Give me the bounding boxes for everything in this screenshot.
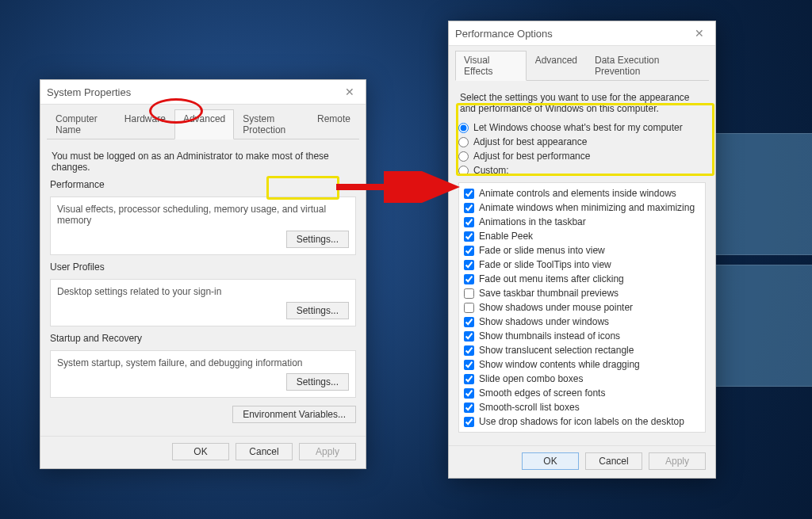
cancel-button[interactable]: Cancel: [236, 443, 293, 460]
checkbox-input[interactable]: [464, 388, 474, 399]
radio-option[interactable]: Adjust for best appearance: [458, 135, 706, 149]
checkbox-option[interactable]: Animate windows when minimizing and maxi…: [464, 200, 700, 215]
group-desc: Desktop settings related to your sign-in: [57, 286, 349, 297]
checkbox-option[interactable]: Animate controls and elements inside win…: [464, 186, 700, 200]
radio-input[interactable]: [458, 151, 469, 162]
radio-option[interactable]: Let Windows choose what's best for my co…: [458, 120, 706, 135]
checkbox-input[interactable]: [464, 203, 474, 213]
ok-button[interactable]: OK: [172, 443, 229, 460]
close-icon[interactable]: ✕: [340, 84, 359, 100]
radio-input[interactable]: [458, 123, 469, 133]
dialog-title: Performance Options: [455, 28, 553, 40]
performance-settings-button[interactable]: Settings...: [286, 231, 349, 248]
tab-advanced[interactable]: Advanced: [527, 51, 586, 80]
checkbox-label: Animate controls and elements inside win…: [479, 186, 676, 200]
apply-button[interactable]: Apply: [649, 452, 706, 470]
tab-row: Visual EffectsAdvancedData Execution Pre…: [455, 51, 709, 81]
checkbox-input[interactable]: [464, 274, 474, 284]
profiles-settings-button[interactable]: Settings...: [286, 302, 349, 319]
checkbox-input[interactable]: [464, 288, 474, 299]
checkbox-input[interactable]: [464, 231, 474, 242]
checkbox-option[interactable]: Fade or slide menus into view: [464, 243, 700, 258]
checkbox-option[interactable]: Show shadows under windows: [464, 315, 700, 329]
performance-options-dialog: Performance Options ✕ Visual EffectsAdva…: [448, 21, 716, 479]
checkbox-option[interactable]: Animations in the taskbar: [464, 215, 700, 229]
radio-input[interactable]: [458, 166, 469, 176]
radio-option[interactable]: Adjust for best performance: [458, 149, 706, 163]
checkbox-option[interactable]: Smooth edges of screen fonts: [464, 386, 700, 400]
checkbox-option[interactable]: Smooth-scroll list boxes: [464, 400, 700, 414]
startup-settings-button[interactable]: Settings...: [286, 373, 349, 391]
group-title-startup: Startup and Recovery: [50, 333, 356, 344]
checkbox-option[interactable]: Fade out menu items after clicking: [464, 272, 700, 286]
dialog-titlebar[interactable]: Performance Options ✕: [449, 21, 715, 46]
intro-text: Select the settings you want to use for …: [460, 92, 704, 114]
close-icon[interactable]: ✕: [690, 25, 709, 41]
tab-computer-name[interactable]: Computer Name: [47, 109, 116, 139]
checkbox-option[interactable]: Fade or slide ToolTips into view: [464, 258, 700, 272]
checkbox-label: Enable Peek: [479, 229, 533, 243]
tab-remote[interactable]: Remote: [308, 109, 359, 139]
dialog-button-bar: OK Cancel Apply: [40, 436, 366, 468]
tab-data-execution-prevention[interactable]: Data Execution Prevention: [586, 51, 709, 80]
checkbox-label: Show window contents while dragging: [479, 357, 640, 372]
apply-button[interactable]: Apply: [299, 443, 356, 460]
checkbox-input[interactable]: [464, 260, 474, 270]
visual-effects-list: Animate controls and elements inside win…: [458, 182, 706, 433]
tab-visual-effects[interactable]: Visual Effects: [455, 51, 527, 81]
checkbox-input[interactable]: [464, 360, 474, 370]
checkbox-label: Show shadows under windows: [479, 315, 609, 329]
environment-variables-button[interactable]: Environment Variables...: [232, 406, 356, 423]
group-title-performance: Performance: [50, 179, 356, 190]
cancel-button[interactable]: Cancel: [585, 452, 642, 470]
checkbox-option[interactable]: Show shadows under mouse pointer: [464, 300, 700, 315]
checkbox-option[interactable]: Use drop shadows for icon labels on the …: [464, 414, 700, 429]
dialog-title: System Properties: [47, 86, 131, 98]
checkbox-input[interactable]: [464, 403, 474, 413]
admin-note: You must be logged on as an Administrato…: [52, 151, 354, 173]
checkbox-input[interactable]: [464, 303, 474, 313]
checkbox-label: Smooth-scroll list boxes: [479, 400, 580, 414]
checkbox-label: Fade out menu items after clicking: [479, 272, 624, 286]
checkbox-label: Slide open combo boxes: [479, 372, 583, 386]
checkbox-option[interactable]: Show window contents while dragging: [464, 357, 700, 372]
checkbox-option[interactable]: Save taskbar thumbnail previews: [464, 286, 700, 300]
checkbox-input[interactable]: [464, 417, 474, 427]
group-startup: System startup, system failure, and debu…: [50, 350, 356, 398]
dialog-button-bar: OK Cancel Apply: [449, 445, 715, 478]
checkbox-input[interactable]: [464, 246, 474, 256]
checkbox-label: Animations in the taskbar: [479, 215, 586, 229]
checkbox-label: Fade or slide ToolTips into view: [479, 258, 611, 272]
checkbox-label: Use drop shadows for icon labels on the …: [479, 414, 684, 429]
checkbox-option[interactable]: Slide open combo boxes: [464, 372, 700, 386]
checkbox-option[interactable]: Show translucent selection rectangle: [464, 343, 700, 357]
group-title-profiles: User Profiles: [50, 261, 356, 273]
checkbox-label: Fade or slide menus into view: [479, 243, 605, 258]
checkbox-option[interactable]: Enable Peek: [464, 229, 700, 243]
checkbox-label: Show translucent selection rectangle: [479, 343, 634, 357]
radio-label: Adjust for best appearance: [473, 135, 587, 149]
system-properties-dialog: System Properties ✕ Computer NameHardwar…: [40, 79, 366, 469]
radio-label: Custom:: [473, 163, 509, 177]
radio-group: Let Windows choose what's best for my co…: [458, 120, 706, 177]
checkbox-input[interactable]: [464, 345, 474, 356]
checkbox-input[interactable]: [464, 331, 474, 342]
checkbox-input[interactable]: [464, 217, 474, 227]
tab-system-protection[interactable]: System Protection: [234, 109, 308, 139]
ok-button[interactable]: OK: [522, 452, 579, 470]
checkbox-label: Smooth edges of screen fonts: [479, 386, 605, 400]
radio-input[interactable]: [458, 137, 469, 147]
tab-row: Computer NameHardwareAdvancedSystem Prot…: [47, 109, 359, 139]
checkbox-input[interactable]: [464, 189, 474, 199]
checkbox-label: Save taskbar thumbnail previews: [479, 286, 619, 300]
radio-label: Adjust for best performance: [473, 149, 590, 163]
group-desc: Visual effects, processor scheduling, me…: [57, 204, 349, 226]
tab-advanced[interactable]: Advanced: [174, 109, 234, 139]
checkbox-label: Animate windows when minimizing and maxi…: [479, 200, 695, 215]
checkbox-input[interactable]: [464, 317, 474, 327]
tab-hardware[interactable]: Hardware: [116, 109, 174, 139]
dialog-titlebar[interactable]: System Properties ✕: [40, 80, 366, 105]
checkbox-input[interactable]: [464, 374, 474, 384]
radio-option[interactable]: Custom:: [458, 163, 706, 177]
checkbox-option[interactable]: Show thumbnails instead of icons: [464, 329, 700, 343]
